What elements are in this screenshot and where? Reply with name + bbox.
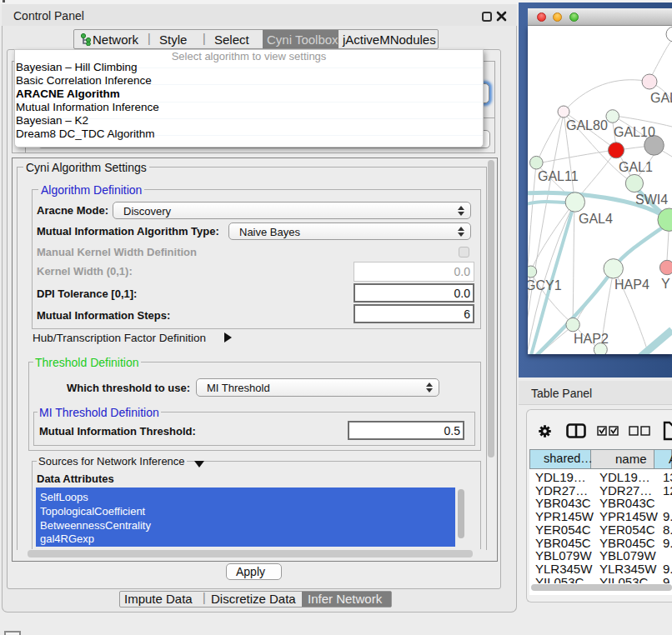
svg-text:GAL80: GAL80 [566,118,608,132]
svg-text:Y: Y [661,277,670,291]
svg-text:HAP2: HAP2 [574,332,609,346]
svg-text:HAP4: HAP4 [614,278,649,292]
svg-text:GAL1: GAL1 [619,160,653,174]
svg-text:GAL11: GAL11 [538,169,579,183]
svg-text:GCY1: GCY1 [528,278,562,292]
svg-text:GAL4: GAL4 [579,212,613,226]
svg-text:GAL10: GAL10 [614,125,655,139]
svg-text:SWI4: SWI4 [635,192,668,207]
svg-text:GAL: GAL [650,91,672,105]
